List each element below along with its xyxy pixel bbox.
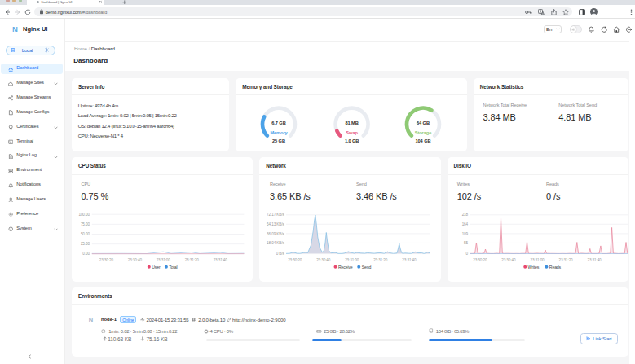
svg-text:81 MB: 81 MB (345, 121, 358, 125)
svg-text:23:31:40: 23:31:40 (587, 258, 602, 262)
svg-text:104 GB: 104 GB (415, 138, 430, 143)
svg-text:Receive: Receive (338, 265, 353, 270)
svg-text:50.00: 50.00 (81, 232, 90, 236)
svg-text:100.00: 100.00 (78, 213, 90, 217)
svg-text:54.13 KB/s: 54.13 KB/s (267, 222, 284, 226)
svg-text:Storage: Storage (415, 130, 431, 135)
svg-text:64 GB: 64 GB (417, 121, 430, 125)
svg-text:23:31:00: 23:31:00 (345, 258, 359, 262)
svg-text:Writes: Writes (528, 265, 540, 270)
svg-text:23:31:40: 23:31:40 (402, 258, 417, 262)
svg-text:18.04 KB/s: 18.04 KB/s (267, 241, 284, 245)
svg-text:Total: Total (169, 265, 177, 270)
svg-text:23:30:20: 23:30:20 (288, 258, 302, 262)
svg-text:23:31:00: 23:31:00 (157, 258, 171, 262)
svg-text:23:31:00: 23:31:00 (530, 258, 545, 262)
svg-text:23:30:20: 23:30:20 (473, 258, 487, 262)
svg-text:23:30:40: 23:30:40 (128, 258, 143, 262)
svg-text:0.00: 0.00 (82, 252, 90, 256)
svg-text:23:31:40: 23:31:40 (214, 258, 228, 262)
svg-text:Send: Send (362, 265, 372, 270)
svg-text:23:30:40: 23:30:40 (316, 258, 331, 262)
svg-text:218: 218 (462, 213, 469, 217)
svg-text:0: 0 (466, 252, 469, 256)
svg-text:User: User (152, 265, 161, 270)
svg-text:23:31:20: 23:31:20 (373, 258, 388, 262)
svg-text:36.09 KB/s: 36.09 KB/s (267, 232, 284, 236)
svg-text:23:30:20: 23:30:20 (99, 258, 114, 262)
svg-text:55: 55 (464, 241, 468, 245)
svg-text:0 B/s: 0 B/s (276, 252, 285, 256)
svg-text:23:31:20: 23:31:20 (185, 258, 200, 262)
svg-text:Memory: Memory (270, 130, 288, 135)
svg-text:25.00: 25.00 (81, 242, 90, 246)
svg-text:Swap: Swap (346, 130, 358, 135)
svg-text:75.00: 75.00 (81, 222, 90, 226)
svg-text:72.17 KB/s: 72.17 KB/s (267, 213, 284, 217)
svg-text:109: 109 (462, 232, 469, 236)
svg-text:23:31:20: 23:31:20 (558, 258, 573, 262)
svg-text:23:30:40: 23:30:40 (501, 258, 516, 262)
svg-text:Reads: Reads (549, 265, 562, 270)
svg-text:164: 164 (462, 222, 469, 226)
svg-text:6.7 GB: 6.7 GB (271, 121, 285, 125)
svg-text:25 GB: 25 GB (272, 138, 285, 143)
svg-text:1.0 GB: 1.0 GB (345, 138, 359, 143)
